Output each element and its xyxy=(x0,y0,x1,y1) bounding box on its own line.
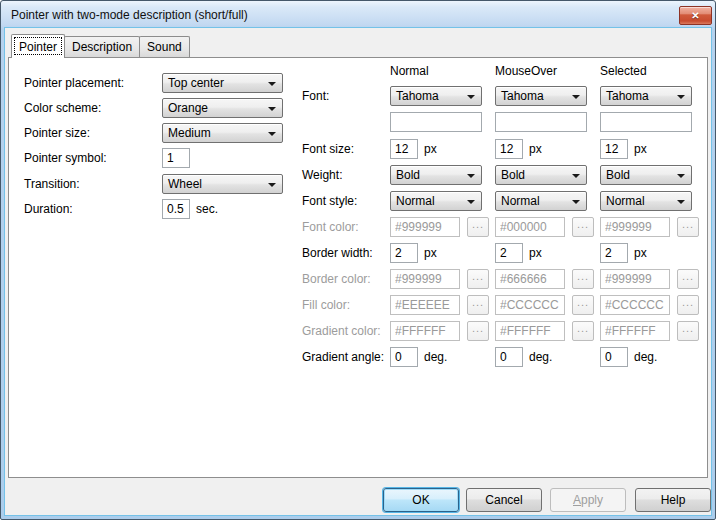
tab-description[interactable]: Description xyxy=(64,36,140,57)
duration-label: Duration: xyxy=(24,202,73,216)
fill-color-mouseover-input xyxy=(495,295,565,315)
font-selected-select[interactable]: Tahoma xyxy=(600,86,692,106)
weight-selected-select-value: Bold xyxy=(606,168,630,182)
gradient-angle-mouseover-unit-label: deg. xyxy=(529,350,552,364)
font-size-mouseover-unit-label: px xyxy=(529,142,542,156)
font-normal-select-value: Tahoma xyxy=(396,89,439,103)
fill-color-mouseover-picker-button: ... xyxy=(572,295,594,315)
border-width-mouseover-unit-label: px xyxy=(529,246,542,260)
column-header-selected: Selected xyxy=(600,64,647,78)
weight-normal-select[interactable]: Bold xyxy=(390,165,482,185)
border-color-normal-input xyxy=(390,269,460,289)
font-mouseover-select-value: Tahoma xyxy=(501,89,544,103)
font-normal-select[interactable]: Tahoma xyxy=(390,86,482,106)
help-button[interactable]: Help xyxy=(635,488,711,512)
font-style-mouseover-select-value: Normal xyxy=(501,194,540,208)
border-color-selected-input xyxy=(600,269,670,289)
dropdown-arrow-icon xyxy=(572,174,580,178)
border-width-normal-unit-label: px xyxy=(424,246,437,260)
font-color-mouseover-input xyxy=(495,217,565,237)
dropdown-arrow-icon xyxy=(268,107,276,111)
border-color-mouseover-input xyxy=(495,269,565,289)
close-icon: ✕ xyxy=(691,11,699,21)
transition-select[interactable]: Wheel xyxy=(162,174,283,194)
font-custom-selected-input[interactable] xyxy=(600,112,692,132)
fill-color-normal-input xyxy=(390,295,460,315)
font-size-selected-unit-label: px xyxy=(634,142,647,156)
weight-label: Weight: xyxy=(302,168,342,182)
gradient-color-normal-picker-button: ... xyxy=(467,321,489,341)
pointer-placement-select-value: Top center xyxy=(168,76,224,90)
tab-label: Sound xyxy=(147,40,182,54)
weight-selected-select[interactable]: Bold xyxy=(600,165,692,185)
dropdown-arrow-icon xyxy=(572,200,580,204)
font-style-label: Font style: xyxy=(302,194,357,208)
title-bar[interactable]: Pointer with two-mode description (short… xyxy=(1,1,715,28)
font-color-label: Font color: xyxy=(302,220,359,234)
cancel-button[interactable]: Cancel xyxy=(466,488,542,512)
tab-sound[interactable]: Sound xyxy=(139,36,190,57)
font-style-normal-select-value: Normal xyxy=(396,194,435,208)
font-mouseover-select[interactable]: Tahoma xyxy=(495,86,587,106)
tab-label: Description xyxy=(72,40,132,54)
font-size-label: Font size: xyxy=(302,142,354,156)
border-width-mouseover-input[interactable] xyxy=(495,243,523,263)
dropdown-arrow-icon xyxy=(467,200,475,204)
fill-color-selected-input xyxy=(600,295,670,315)
ok-button[interactable]: OK xyxy=(383,488,459,512)
gradient-angle-normal-unit-label: deg. xyxy=(424,350,447,364)
close-button[interactable]: ✕ xyxy=(679,6,712,25)
pointer-symbol-input[interactable] xyxy=(162,148,190,168)
duration-input[interactable] xyxy=(162,199,190,219)
font-size-mouseover-input[interactable] xyxy=(495,139,523,159)
fill-color-label: Fill color: xyxy=(302,298,350,312)
dropdown-arrow-icon xyxy=(268,183,276,187)
pointer-size-select-value: Medium xyxy=(168,126,211,140)
gradient-color-normal-input xyxy=(390,321,460,341)
color-scheme-select[interactable]: Orange xyxy=(162,98,283,118)
font-size-normal-unit-label: px xyxy=(424,142,437,156)
font-style-mouseover-select[interactable]: Normal xyxy=(495,191,587,211)
dropdown-arrow-icon xyxy=(467,174,475,178)
pointer-size-label: Pointer size: xyxy=(24,126,90,140)
font-color-selected-picker-button: ... xyxy=(677,217,699,237)
border-width-label: Border width: xyxy=(302,246,373,260)
gradient-angle-selected-input[interactable] xyxy=(600,347,628,367)
weight-mouseover-select[interactable]: Bold xyxy=(495,165,587,185)
pointer-placement-select[interactable]: Top center xyxy=(162,73,283,93)
font-custom-normal-input[interactable] xyxy=(390,112,482,132)
fill-color-selected-picker-button: ... xyxy=(677,295,699,315)
fill-color-normal-picker-button: ... xyxy=(467,295,489,315)
font-selected-select-value: Tahoma xyxy=(606,89,649,103)
tab-strip: PointerDescriptionSound xyxy=(11,34,189,58)
pointer-size-select[interactable]: Medium xyxy=(162,123,283,143)
tab-label: Pointer xyxy=(19,40,57,54)
dialog-window: Pointer with two-mode description (short… xyxy=(0,0,716,520)
gradient-angle-normal-input[interactable] xyxy=(390,347,418,367)
font-size-selected-input[interactable] xyxy=(600,139,628,159)
font-color-normal-input xyxy=(390,217,460,237)
gradient-angle-mouseover-input[interactable] xyxy=(495,347,523,367)
border-color-selected-picker-button: ... xyxy=(677,269,699,289)
font-label: Font: xyxy=(302,89,329,103)
dropdown-arrow-icon xyxy=(677,174,685,178)
transition-label: Transition: xyxy=(24,177,80,191)
font-size-normal-input[interactable] xyxy=(390,139,418,159)
column-header-normal: Normal xyxy=(390,64,429,78)
weight-normal-select-value: Bold xyxy=(396,168,420,182)
dropdown-arrow-icon xyxy=(677,200,685,204)
color-scheme-label: Color scheme: xyxy=(24,101,101,115)
dropdown-arrow-icon xyxy=(677,95,685,99)
tab-pointer[interactable]: Pointer xyxy=(11,34,65,58)
dropdown-arrow-icon xyxy=(467,95,475,99)
font-style-selected-select[interactable]: Normal xyxy=(600,191,692,211)
border-width-normal-input[interactable] xyxy=(390,243,418,263)
font-style-normal-select[interactable]: Normal xyxy=(390,191,482,211)
tab-panel-pointer: Pointer placement:Top centerColor scheme… xyxy=(8,57,708,478)
border-width-selected-input[interactable] xyxy=(600,243,628,263)
apply-button: Apply xyxy=(550,488,626,512)
gradient-angle-selected-unit-label: deg. xyxy=(634,350,657,364)
weight-mouseover-select-value: Bold xyxy=(501,168,525,182)
font-custom-mouseover-input[interactable] xyxy=(495,112,587,132)
font-color-mouseover-picker-button: ... xyxy=(572,217,594,237)
